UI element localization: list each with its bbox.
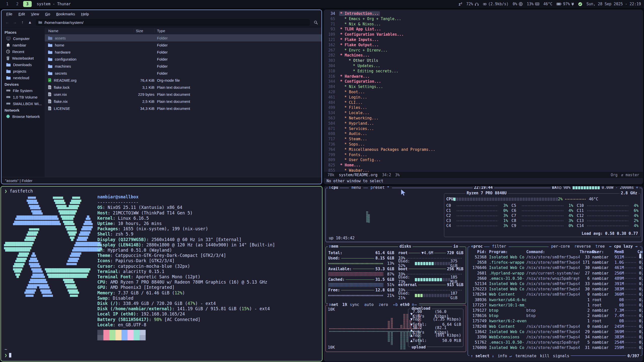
- column-type[interactable]: Type: [154, 29, 321, 33]
- table-row-license[interactable]: LICENSE34,3 KiBPlain text document: [45, 105, 321, 112]
- org-heading-line[interactable]: 384* Nix Settings...: [324, 84, 643, 89]
- column-size[interactable]: Size: [134, 29, 154, 33]
- terminate-key[interactable]: terminate: [515, 354, 536, 358]
- path-bar[interactable]: /home/nambiar/system/: [36, 19, 310, 26]
- bar-module-memory[interactable]: 13%: [527, 2, 539, 6]
- org-heading-line[interactable]: 162* Flake Output...: [324, 42, 643, 48]
- table-row-user-nix[interactable]: user.nix229 bytesPlain text document: [45, 91, 321, 98]
- org-heading-line[interactable]: 855* Waubar...: [324, 168, 643, 172]
- table-row-machines[interactable]: machinesFolder: [45, 63, 321, 70]
- org-heading-line[interactable]: 344* Configuration...: [324, 79, 643, 84]
- org-heading-line[interactable]: 428* Boot...: [324, 89, 643, 95]
- org-heading-line[interactable]: 499* Files...: [324, 105, 643, 110]
- table-row-flake-nix[interactable]: flake.nix2,5 KiBPlain text document: [45, 98, 321, 105]
- process-row[interactable]: 175749kworker/6:2-even1root0B0.0: [470, 319, 640, 324]
- sidebar-item-nambiar[interactable]: nambiar: [2, 42, 45, 48]
- back-button[interactable]: ←: [4, 19, 11, 26]
- proc-col-header[interactable]: Cpu%: [637, 250, 643, 254]
- org-heading-line[interactable]: 310* Editing secrets...: [324, 69, 643, 74]
- org-heading-line[interactable]: 304* Updates...: [324, 63, 643, 69]
- table-row-hardware[interactable]: hardwareFolder: [45, 49, 321, 56]
- interval-minus[interactable]: -: [615, 186, 618, 190]
- filter-button[interactable]: filter: [490, 244, 509, 249]
- net-button-sync[interactable]: sync: [349, 302, 360, 307]
- process-row[interactable]: 13642Isolated Web Co/nix/store/sm8fmrf3w…: [470, 329, 640, 334]
- sidebar-item-smallbox-wi-[interactable]: SMALLBOX Wi...: [2, 100, 45, 107]
- sidebar-item-1-0-tb-volume[interactable]: 1,0 TB Volume: [2, 94, 45, 100]
- process-row[interactable]: 3390WebExtensions/nix/store/sm8fmrf3wps4…: [470, 335, 640, 340]
- net-button-zero[interactable]: zero: [377, 302, 389, 307]
- info-key[interactable]: info ↵: [498, 354, 512, 358]
- bar-module-volume[interactable]: 72%: [466, 2, 479, 6]
- process-row[interactable]: 179127btopbtop2nambiar7.3M0.0: [470, 308, 640, 313]
- bar-module-status[interactable]: [578, 2, 582, 6]
- sidebar-item-projects[interactable]: projects: [2, 68, 45, 74]
- org-heading-line[interactable]: 764* Miscellaneous Packages and Programs…: [324, 147, 643, 152]
- bar-module-idle[interactable]: zz: [458, 2, 462, 7]
- org-heading-line[interactable]: 267* Envrc + Direnv...: [324, 48, 643, 53]
- sidebar-item-nextcloud[interactable]: nextcloud: [2, 74, 45, 81]
- process-row[interactable]: 176646Isolated Web Co/nix/store/sm8fmrf3…: [470, 265, 640, 270]
- table-row-flake-lock[interactable]: flake.lock3,1 KiBPlain text document: [45, 84, 321, 91]
- home-button[interactable]: ▲: [26, 19, 34, 26]
- bar-module-network[interactable]: (2.9kb/s): [483, 2, 509, 6]
- bar-module-cpu[interactable]: 0%: [513, 2, 523, 6]
- scrollbar-thumb[interactable]: [639, 254, 641, 258]
- table-row-home[interactable]: homeFolder: [45, 41, 321, 49]
- sidebar-item-downloads[interactable]: Downloads: [2, 61, 45, 68]
- process-row[interactable]: 176000Isolated Web Co/nix/store/sm8fmrf3…: [470, 345, 640, 350]
- disks-io-toggle[interactable]: io: [452, 244, 459, 249]
- org-heading-line[interactable]: 563* Networking...: [324, 116, 643, 121]
- menu-file[interactable]: File: [4, 11, 15, 17]
- org-heading-line[interactable]: 71* Nix & Nixos...: [324, 22, 643, 27]
- menu-edit[interactable]: Edit: [16, 11, 28, 17]
- signals-key[interactable]: signals: [553, 354, 569, 358]
- org-heading-line[interactable]: 736* Sops...: [324, 142, 643, 147]
- sidebar-item-recent[interactable]: Recent: [2, 48, 45, 55]
- process-row[interactable]: 2660.emacs-31.0.50-/nix/store/wnqz5pa8ra…: [470, 276, 640, 281]
- process-row[interactable]: 176223Isolated Web Co/nix/store/sm8fmrf3…: [470, 287, 640, 292]
- menu-view[interactable]: View: [28, 11, 42, 17]
- column-name[interactable]: Name: [45, 29, 134, 33]
- net-button-auto[interactable]: auto: [363, 302, 375, 307]
- table-row-secrets[interactable]: secretsFolder: [45, 70, 321, 77]
- proc-col-header[interactable]: Command:: [526, 250, 580, 254]
- sidebar-item-file-system[interactable]: File System: [2, 87, 45, 94]
- process-row[interactable]: 178294Web Content/nix/store/sm8fmrf3wps4…: [470, 292, 640, 297]
- proc-col-header[interactable]: Threads:: [580, 250, 590, 254]
- preset-button[interactable]: preset *: [368, 186, 392, 190]
- search-button[interactable]: [312, 19, 319, 26]
- process-row[interactable]: 2601.Hyprland-wrapp/run/current-system/s…: [470, 271, 640, 276]
- org-heading-line[interactable]: 671* Services...: [324, 126, 643, 131]
- sidebar-item-browse-network[interactable]: Browse Network: [2, 113, 45, 120]
- org-heading-line[interactable]: 584* Hyprland...: [324, 121, 643, 126]
- proc-button-reverse[interactable]: reverse: [573, 244, 592, 249]
- org-heading-line[interactable]: 109* Configuration Variables...: [324, 32, 643, 37]
- process-row[interactable]: 51762.emacs-31.0.50-/nix/store/wnqz5pa8r…: [470, 340, 640, 345]
- proc-button-tree[interactable]: tree: [594, 244, 606, 249]
- forward-button[interactable]: →: [11, 19, 19, 26]
- sidebar-item-wastebasket[interactable]: Wastebasket: [2, 55, 45, 61]
- org-heading-line[interactable]: 121* Flake Inputs...: [324, 37, 643, 42]
- process-row[interactable]: 52368Isolated Web Co/nix/store/sm8fmrf3w…: [470, 255, 640, 260]
- proc-button-per-core[interactable]: per-core: [550, 244, 571, 249]
- org-heading-line[interactable]: 484* CLI...: [324, 100, 643, 105]
- menu-go[interactable]: Go: [42, 11, 53, 17]
- up-button[interactable]: ↑: [19, 19, 26, 26]
- org-heading-line[interactable]: 534* Locale...: [324, 110, 643, 116]
- sidebar-item-computer[interactable]: Computer: [2, 35, 45, 42]
- process-row[interactable]: 38936kworker/u64:6-kc1root0B0.0: [470, 297, 640, 302]
- sort-selector[interactable]: ← cpu lazy →: [608, 244, 639, 249]
- org-heading-line[interactable]: 93* TLDR App List...: [324, 27, 643, 32]
- process-row[interactable]: 178616btopbtop2nambiar7.4M0.0: [470, 313, 640, 318]
- table-row-assets[interactable]: assetsFolder: [45, 34, 321, 41]
- menu-help[interactable]: Help: [78, 11, 92, 17]
- process-row[interactable]: 177257kworker/10:1-mm_1root0B0.0: [470, 303, 640, 308]
- bar-module-clock[interactable]: Sun, 28 Sep 2025 - 22:19: [586, 2, 641, 6]
- workspace-button-3[interactable]: 3: [23, 1, 32, 7]
- proc-col-header[interactable]: Pid:: [470, 250, 487, 254]
- org-heading-line[interactable]: 303* Other Utils: [324, 58, 643, 63]
- table-row-configuration[interactable]: configurationFolder: [45, 56, 321, 63]
- process-row[interactable]: 2658.firefox-wrappe/nix/store/sm8fmrf3wp…: [470, 260, 640, 265]
- menu-bookmarks[interactable]: Bookmarks: [53, 11, 78, 17]
